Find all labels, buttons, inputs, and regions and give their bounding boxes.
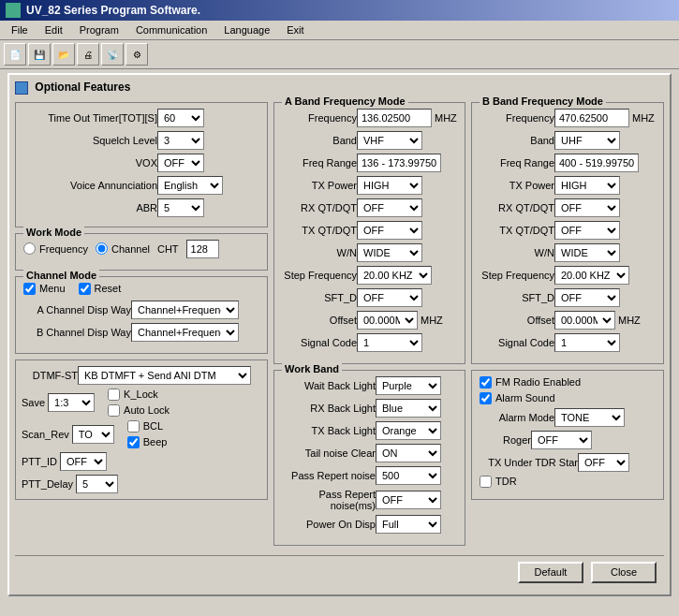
default-button[interactable]: Default [518, 562, 583, 583]
fm-radio-checkbox[interactable] [480, 376, 492, 389]
a-sigcode-select[interactable]: 1 [357, 333, 422, 352]
time-out-select[interactable]: 60 [157, 109, 204, 127]
scan-rev-select[interactable]: TO [72, 425, 114, 444]
power-on-disp-select[interactable]: Full [376, 515, 441, 534]
tail-noise-select[interactable]: ON [376, 444, 441, 462]
save-select[interactable]: 1:3 [48, 393, 95, 412]
alarm-sound-text: Alarm Sound [495, 392, 555, 403]
a-offset-select[interactable]: 00.000M [357, 311, 418, 330]
alarm-sound-checkbox[interactable] [480, 392, 492, 404]
reset-checkbox[interactable] [79, 283, 91, 295]
bcl-checkbox[interactable] [127, 420, 140, 433]
toolbar-btn-4[interactable]: 🖨 [77, 43, 99, 66]
toolbar-btn-2[interactable]: 💾 [28, 43, 51, 66]
alarm-mode-label: Alarm Mode [480, 412, 554, 423]
menu-edit[interactable]: Edit [37, 22, 70, 37]
ptt-delay-select[interactable]: 5 [76, 475, 118, 493]
b-channel-select[interactable]: Channel+Frequency [131, 323, 239, 342]
voice-label: Voice Annunciation [22, 180, 157, 191]
abr-select[interactable]: 5 [157, 198, 204, 217]
toolbar-btn-1[interactable]: 📄 [4, 43, 26, 66]
squelch-select[interactable]: 3 [157, 131, 204, 150]
main-panel: Optional Features Time Out Timer[TOT][S]… [7, 73, 672, 596]
a-sigcode-row: Signal Code 1 [282, 333, 457, 352]
auto-lock-label[interactable]: Auto Lock [108, 404, 170, 417]
pass-repert-select[interactable]: 500 [376, 466, 441, 485]
b-rxqt-select[interactable]: OFF [554, 198, 620, 217]
rx-backlight-select[interactable]: Blue [376, 399, 441, 418]
tail-noise-row: Tail noise Clear ON [282, 444, 457, 462]
menu-program[interactable]: Program [72, 22, 126, 37]
b-sigcode-select[interactable]: 1 [554, 333, 620, 352]
title-bar: UV_82 Series Program Software. [0, 0, 679, 21]
b-freq-input[interactable] [554, 109, 629, 127]
alarm-mode-select[interactable]: TONE [554, 408, 625, 427]
beep-checkbox[interactable] [127, 436, 140, 448]
b-txqt-select[interactable]: OFF [554, 221, 620, 240]
dtmf-select[interactable]: KB DTMFT + Send ANI DTM [78, 366, 251, 385]
b-txpower-select[interactable]: HIGH [554, 176, 620, 195]
voice-select[interactable]: English [157, 176, 223, 195]
menu-communication[interactable]: Communication [128, 22, 214, 37]
pass-repert-ms-label: Pass Repert noise(ms) [282, 489, 376, 511]
frequency-radio-label[interactable]: Frequency [23, 242, 88, 255]
toolbar-btn-6[interactable]: ⚙ [125, 43, 148, 66]
fm-radio-label[interactable]: FM Radio Enabled [480, 376, 581, 389]
wait-backlight-select[interactable]: Purple [376, 376, 441, 395]
b-band-select[interactable]: UHF [554, 131, 620, 150]
a-rxqt-select[interactable]: OFF [357, 198, 422, 217]
abr-row: ABR 5 [22, 198, 261, 217]
channel-checkboxes: Menu Reset [23, 283, 259, 295]
a-wn-select[interactable]: WIDE [357, 243, 422, 262]
b-sftd-select[interactable]: OFF [554, 288, 620, 307]
a-sftd-select[interactable]: OFF [357, 288, 422, 307]
ptt-id-select[interactable]: OFF [60, 452, 107, 471]
tx-backlight-select[interactable]: Orange [376, 421, 441, 440]
frequency-radio[interactable] [23, 242, 36, 255]
menu-checkbox-label[interactable]: Menu [23, 283, 66, 295]
bcl-label[interactable]: BCL [127, 420, 168, 433]
vox-select[interactable]: OFF [157, 154, 204, 172]
b-wn-select[interactable]: WIDE [554, 243, 620, 262]
work-mode-box: Work Mode Frequency Channel CHT [15, 233, 268, 271]
pass-repert-ms-select[interactable]: OFF [376, 491, 441, 509]
a-freq-mhz: MHZ [435, 112, 457, 124]
a-channel-select[interactable]: Channel+Frequency [131, 301, 239, 319]
close-button[interactable]: Close [591, 562, 657, 583]
beep-label[interactable]: Beep [127, 436, 168, 448]
channel-radio-label[interactable]: Channel [96, 242, 150, 255]
a-stepfreq-select[interactable]: 20.00 KHZ [357, 266, 432, 285]
roger-select[interactable]: OFF [531, 431, 592, 449]
a-freq-input[interactable] [357, 109, 432, 127]
tdr-checkbox-label[interactable]: TDR [480, 476, 517, 488]
reset-checkbox-label[interactable]: Reset [79, 283, 122, 295]
channel-radio-text: Channel [111, 243, 150, 255]
channel-radio[interactable] [96, 242, 108, 255]
b-freqrange-label: Freq Range [480, 157, 554, 169]
a-txpower-select[interactable]: HIGH [357, 176, 422, 195]
menu-checkbox[interactable] [23, 283, 36, 295]
b-offset-select[interactable]: 00.000M [554, 311, 615, 330]
cht-input[interactable] [186, 240, 219, 258]
toolbar-btn-3[interactable]: 📂 [52, 43, 75, 66]
menu-exit[interactable]: Exit [279, 22, 311, 37]
a-freq-row: Frequency MHZ [282, 109, 457, 127]
menu-language[interactable]: Language [216, 22, 277, 37]
lock-options: K_Lock Auto Lock [108, 389, 170, 417]
a-band-select[interactable]: VHF [357, 131, 422, 150]
k-lock-label[interactable]: K_Lock [108, 389, 170, 401]
alarm-sound-label[interactable]: Alarm Sound [480, 392, 555, 404]
auto-lock-checkbox[interactable] [108, 404, 120, 417]
ptt-rows: PTT_ID OFF [22, 452, 261, 471]
alarm-sound-row: Alarm Sound [480, 392, 656, 404]
voice-row: Voice Annunciation English [22, 176, 261, 195]
toolbar-btn-5[interactable]: 📡 [101, 43, 124, 66]
tdr-checkbox[interactable] [480, 476, 492, 488]
menu-file[interactable]: File [4, 22, 36, 37]
a-txqt-select[interactable]: OFF [357, 221, 422, 240]
b-stepfreq-select[interactable]: 20.00 KHZ [554, 266, 629, 285]
k-lock-checkbox[interactable] [108, 389, 120, 401]
b-sftd-label: SFT_D [480, 292, 554, 303]
tx-under-tdr-select[interactable]: OFF [578, 453, 629, 472]
a-channel-row: A Channel Disp Way Channel+Frequency [23, 301, 259, 319]
